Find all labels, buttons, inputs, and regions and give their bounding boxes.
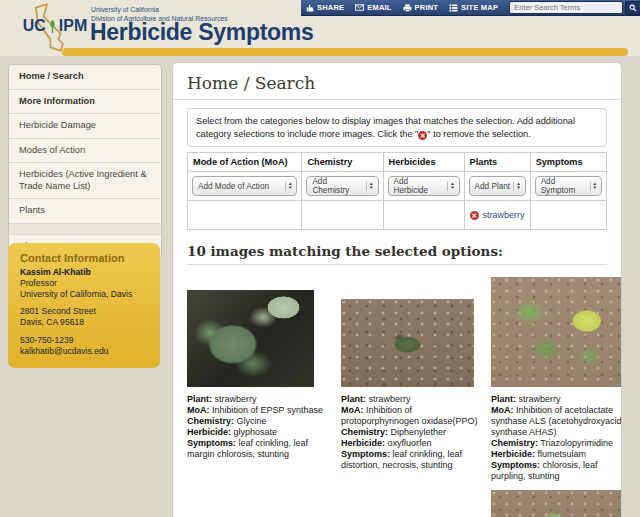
filter-table: Mode of Action (MoA) Chemistry Herbicide…	[187, 152, 607, 230]
label-moa: MoA:	[491, 405, 514, 415]
value-chemistry: Triazolopyrimidine	[540, 438, 613, 448]
sitemap-label: SITE MAP	[461, 3, 498, 12]
page-title: Home / Search	[173, 73, 621, 100]
logo-text: UC IPM	[12, 17, 98, 35]
print-button[interactable]: PRINT	[403, 3, 439, 12]
selected-plant-chip: ✕ strawberry	[470, 210, 525, 220]
email-label: EMAIL	[367, 3, 391, 12]
label-plant: Plant:	[341, 394, 366, 404]
add-mode-of-action-dropdown[interactable]: Add Mode of Action ▲▼	[192, 176, 297, 196]
value-herbicide: glyphosate	[234, 427, 278, 437]
remove-strawberry-icon[interactable]: ✕	[470, 211, 479, 220]
logo-ipm: IPM	[59, 17, 87, 35]
dropdown-label: Add Chemistry	[312, 177, 363, 195]
label-chemistry: Chemistry:	[491, 438, 538, 448]
add-symptom-dropdown[interactable]: Add Symptom ▲▼	[535, 176, 602, 196]
label-chemistry: Chemistry:	[341, 427, 388, 437]
label-symptoms: Symptoms:	[491, 460, 540, 470]
search-input[interactable]	[509, 1, 623, 14]
result-image-strawberry-glyphosate[interactable]	[187, 290, 314, 387]
value-plant: strawberry	[369, 394, 411, 404]
filter-dropdown-row: Add Mode of Action ▲▼ Add Chemistry ▲▼ A…	[188, 172, 607, 201]
label-plant: Plant:	[491, 394, 516, 404]
value-moa: Inhibition of EPSP synthase	[212, 405, 323, 415]
result-image-partial[interactable]	[491, 490, 622, 517]
label-symptoms: Symptoms:	[341, 449, 390, 459]
remove-icon-example: ✕	[418, 131, 427, 140]
instructions-box: Select from the categories below to disp…	[187, 108, 607, 147]
thumb-up-icon	[306, 4, 314, 12]
org-line-1: University of California	[91, 6, 228, 15]
sidebar-item-herbicide-damage[interactable]: Herbicide Damage	[9, 114, 161, 139]
email-button[interactable]: EMAIL	[355, 3, 391, 12]
instructions-text-post: " to remove the selection.	[427, 129, 530, 139]
column-header-symptoms: Symptoms	[530, 153, 606, 172]
dropdown-label: Add Mode of Action	[198, 182, 269, 191]
result-caption: Plant: strawberry MoA: Inhibition of pro…	[341, 394, 478, 471]
label-moa: MoA:	[341, 405, 364, 415]
label-herbicide: Herbicide:	[491, 449, 535, 459]
print-label: PRINT	[415, 3, 439, 12]
add-plant-dropdown[interactable]: Add Plant ▲▼	[469, 176, 526, 196]
stepper-arrows-icon: ▲▼	[513, 182, 522, 191]
add-herbicide-dropdown[interactable]: Add Herbicide ▲▼	[388, 176, 460, 196]
result-image-strawberry-oxyfluorfen[interactable]	[341, 299, 474, 387]
sidebar-item-home-search[interactable]: Home / Search	[9, 65, 161, 90]
dropdown-label: Add Symptom	[541, 177, 587, 195]
contact-address-1: 2801 Second Street	[20, 306, 148, 317]
label-moa: MoA:	[187, 405, 210, 415]
results-heading: 10 images matching the selected options:	[187, 243, 607, 259]
sidebar-nav: Home / Search More Information Herbicide…	[8, 64, 162, 259]
result-card: Plant: strawberry MoA: Inhibition of ace…	[491, 277, 622, 517]
column-header-plants: Plants	[464, 153, 530, 172]
share-button[interactable]: SHARE	[306, 3, 344, 12]
filter-header-row: Mode of Action (MoA) Chemistry Herbicide…	[188, 153, 607, 172]
contact-address-2: Davis, CA 95618	[20, 317, 148, 328]
ucipm-logo[interactable]: UC IPM	[12, 1, 98, 54]
results-divider	[187, 264, 607, 265]
sidebar-item-modes-of-action[interactable]: Modes of Action	[9, 139, 161, 164]
printer-icon	[403, 4, 412, 12]
column-header-moa: Mode of Action (MoA)	[188, 153, 302, 172]
result-card: Plant: strawberry MoA: Inhibition of pro…	[341, 277, 478, 517]
contact-email: kalkhatib@ucdavis.edu	[20, 346, 148, 357]
contact-info-box: Contact Information Kassim Al-Khatib Pro…	[8, 243, 160, 368]
label-plant: Plant:	[187, 394, 212, 404]
dropdown-label: Add Plant	[475, 182, 511, 191]
envelope-icon	[355, 4, 364, 11]
result-card: Plant: strawberry MoA: Inhibition of EPS…	[187, 277, 328, 517]
magnifier-icon	[629, 4, 637, 12]
label-herbicide: Herbicide:	[187, 427, 231, 437]
sidebar-item-more-information[interactable]: More Information	[9, 90, 161, 115]
add-chemistry-dropdown[interactable]: Add Chemistry ▲▼	[306, 176, 378, 196]
sidebar-item-herbicides-list[interactable]: Herbicides (Active Ingredient & Trade Na…	[9, 163, 161, 199]
label-chemistry: Chemistry:	[187, 416, 234, 426]
top-toolbar: SHARE EMAIL PRINT SITE MAP	[301, 0, 640, 16]
value-herbicide: flumetsulam	[538, 449, 587, 459]
result-image-strawberry-flumetsulam[interactable]	[491, 277, 622, 387]
site-title: Herbicide Symptoms	[90, 19, 313, 46]
label-herbicide: Herbicide:	[341, 438, 385, 448]
selected-plant-link[interactable]: strawberry	[483, 210, 525, 220]
contact-org: University of California, Davis	[20, 289, 148, 300]
sitemap-button[interactable]: SITE MAP	[449, 3, 498, 12]
value-chemistry: Glycine	[237, 416, 267, 426]
sidebar-spacer	[9, 224, 161, 235]
contact-title: Professor	[20, 278, 148, 289]
contact-phone: 530-750-1239	[20, 335, 148, 346]
stepper-arrows-icon: ▲▼	[285, 182, 294, 191]
search-submit-button[interactable]	[625, 1, 640, 15]
column-header-chemistry: Chemistry	[302, 153, 383, 172]
share-label: SHARE	[317, 3, 344, 12]
result-caption: Plant: strawberry MoA: Inhibition of EPS…	[187, 394, 328, 460]
contact-heading: Contact Information	[20, 252, 148, 264]
results-grid: Plant: strawberry MoA: Inhibition of EPS…	[187, 277, 607, 517]
contact-name: Kassim Al-Khatib	[20, 267, 148, 278]
gold-divider-bar	[62, 48, 628, 56]
page: UC IPM University of California Division…	[0, 0, 640, 517]
list-grid-icon	[449, 4, 458, 12]
sidebar-item-plants[interactable]: Plants	[9, 199, 161, 224]
main-content: Home / Search Select from the categories…	[172, 62, 622, 517]
value-chemistry: Diphenylether	[391, 427, 447, 437]
filter-selection-row: ✕ strawberry	[188, 201, 607, 230]
